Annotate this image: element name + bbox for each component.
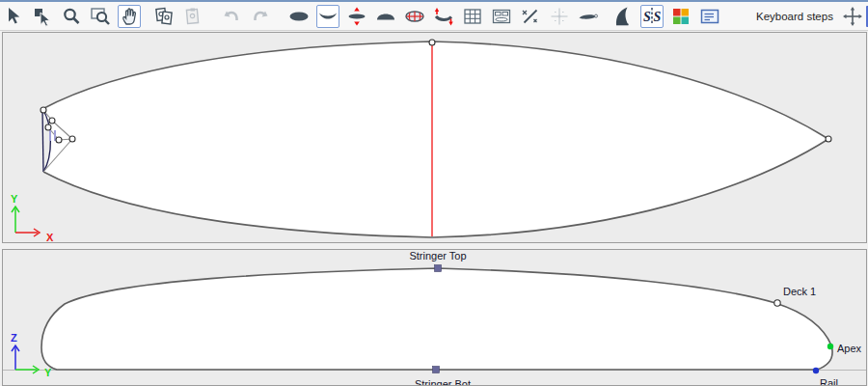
deck-view-icon[interactable] xyxy=(374,5,397,28)
svg-text:S: S xyxy=(643,10,651,24)
undo-icon[interactable] xyxy=(220,5,243,28)
tail-point-4[interactable] xyxy=(56,137,62,143)
stringer-top-label: Stringer Top xyxy=(409,250,466,262)
paste-icon[interactable] xyxy=(181,5,204,28)
tail-chord-line xyxy=(42,109,43,172)
stringer-top-marker[interactable] xyxy=(435,265,442,272)
stringer-bot-marker[interactable] xyxy=(433,367,440,373)
rocker-view-icon[interactable] xyxy=(432,5,455,28)
rail-label: Rail xyxy=(820,377,838,386)
cursor-icon[interactable] xyxy=(2,5,25,28)
keyboard-steps-label: Keyboard steps xyxy=(756,11,833,22)
stringer-bot-label: Stringer Bot xyxy=(415,378,471,386)
pan-hand-icon[interactable] xyxy=(118,5,141,28)
tail-point-5[interactable] xyxy=(69,136,75,142)
section-canvas[interactable]: Stringer Top Deck 1 Apex Rail Stringer B… xyxy=(3,250,867,386)
svg-text:S: S xyxy=(654,10,662,24)
deck-control-point[interactable] xyxy=(774,300,780,306)
fin-icon[interactable] xyxy=(611,5,635,28)
tail-point-3[interactable] xyxy=(45,124,51,130)
zoom-icon[interactable] xyxy=(60,5,83,28)
s3d-sections-icon[interactable]: SS xyxy=(640,5,664,28)
zoom-area-icon[interactable] xyxy=(89,5,112,28)
guides-icon[interactable] xyxy=(548,5,571,28)
xy-axis-indicator: Y X xyxy=(11,193,54,242)
widepoint-handle[interactable] xyxy=(429,40,435,45)
tail-point-1[interactable] xyxy=(41,107,46,113)
board-side-view-icon[interactable] xyxy=(577,5,600,28)
redo-icon[interactable] xyxy=(249,5,272,28)
axis-x-label: X xyxy=(46,232,54,242)
measurements-icon[interactable] xyxy=(519,5,542,28)
properties-panel-icon[interactable] xyxy=(698,5,721,28)
main-toolbar: SS Keyboard steps xyxy=(0,2,868,31)
board-outline-fill xyxy=(42,41,828,237)
mesh-view-icon[interactable] xyxy=(403,5,426,28)
tail-point-2[interactable] xyxy=(49,118,55,124)
nose-point[interactable] xyxy=(826,136,831,142)
thickness-view-icon[interactable] xyxy=(345,5,368,28)
axis-z-label: Z xyxy=(11,332,17,344)
section-outline[interactable] xyxy=(41,268,832,370)
apex-label: Apex xyxy=(837,343,862,354)
section-view-icon[interactable] xyxy=(316,5,339,28)
apex-control-point[interactable] xyxy=(827,344,833,349)
area-select-icon[interactable] xyxy=(31,5,54,28)
grid-view-icon[interactable] xyxy=(461,5,484,28)
rail-control-point[interactable] xyxy=(813,368,819,373)
outline-view-panel[interactable]: Y X xyxy=(2,32,867,243)
deck-label: Deck 1 xyxy=(783,286,816,297)
color-layers-icon[interactable] xyxy=(669,5,692,28)
axis-y-label: Y xyxy=(11,193,18,205)
copy-icon[interactable] xyxy=(152,5,176,28)
outline-canvas[interactable]: Y X xyxy=(3,33,867,242)
keyboard-move-icon[interactable] xyxy=(841,5,864,28)
axis-y2-label: Y xyxy=(44,367,52,378)
panels-view-icon[interactable] xyxy=(490,5,513,28)
section-view-panel[interactable]: Stringer Top Deck 1 Apex Rail Stringer B… xyxy=(2,249,867,386)
outline-view-icon[interactable] xyxy=(287,5,311,28)
